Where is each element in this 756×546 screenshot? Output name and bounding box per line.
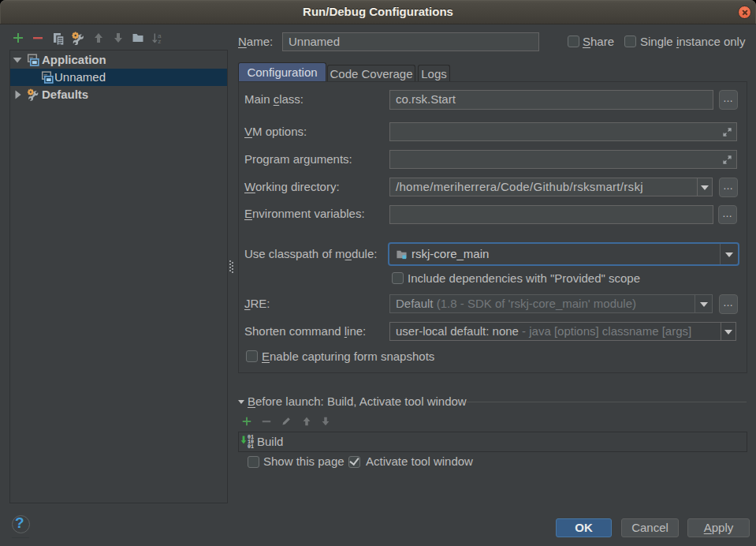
svg-text:z: z bbox=[158, 38, 161, 44]
svg-text:01: 01 bbox=[248, 444, 254, 448]
